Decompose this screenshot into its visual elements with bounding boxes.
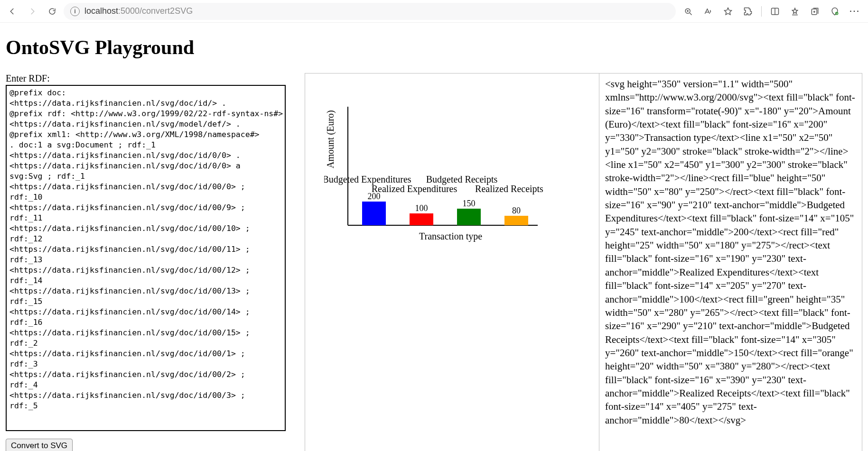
browser-toolbar: i localhost:5000/convert2SVG ··· [0, 0, 868, 23]
rdf-textarea[interactable] [6, 85, 286, 431]
svg-source-panel: <svg height="350" version="1.1" width="5… [599, 74, 862, 451]
read-aloud-icon[interactable] [701, 5, 715, 18]
address-bar[interactable]: i localhost:5000/convert2SVG [64, 3, 676, 20]
split-screen-icon[interactable] [768, 5, 782, 18]
more-icon[interactable]: ··· [848, 5, 861, 18]
extensions-icon[interactable] [741, 5, 755, 18]
favorite-icon[interactable] [721, 5, 735, 18]
bar-label: Realized Receipts [475, 184, 543, 194]
x-axis-label: Transaction type [419, 231, 482, 242]
bar-value: 100 [415, 203, 428, 213]
bar-budgeted-expenditures [362, 202, 386, 225]
rendered-chart: Amount (Euro) Transaction type Budgeted … [324, 83, 561, 249]
bar-label: Realized Expenditures [372, 184, 457, 194]
collections-icon[interactable] [808, 5, 821, 18]
toolbar-right-icons: ··· [679, 5, 864, 18]
back-button[interactable] [4, 3, 21, 20]
svg-marker-8 [792, 8, 797, 13]
output-panel: Amount (Euro) Transaction type Budgeted … [305, 73, 862, 451]
svg-render-panel[interactable]: Amount (Euro) Transaction type Budgeted … [305, 74, 599, 451]
rdf-input-column: Enter RDF: Convert to SVG [6, 73, 290, 451]
bar-realized-expenditures [410, 213, 433, 225]
toolbar-separator [761, 6, 762, 17]
bar-value: 150 [463, 199, 476, 208]
bar-realized-receipts [504, 216, 528, 225]
bar-budgeted-receipts [457, 209, 481, 225]
rdf-label: Enter RDF: [6, 73, 290, 84]
zoom-icon[interactable] [681, 5, 695, 18]
reload-button[interactable] [44, 3, 61, 20]
page-title: OntoSVG Playground [6, 36, 862, 59]
convert-button[interactable]: Convert to SVG [6, 439, 73, 451]
page-body: OntoSVG Playground Enter RDF: Convert to… [0, 23, 868, 451]
favorites-bar-icon[interactable] [788, 5, 802, 18]
svg-line-1 [690, 13, 691, 15]
url-text: localhost:5000/convert2SVG [84, 6, 193, 16]
browser-essentials-icon[interactable] [828, 5, 841, 18]
site-info-icon[interactable]: i [70, 7, 80, 16]
y-axis-label: Amount (Euro) [325, 110, 336, 168]
forward-button[interactable] [24, 3, 41, 20]
bar-value: 80 [512, 206, 521, 215]
svg-marker-5 [725, 8, 732, 14]
